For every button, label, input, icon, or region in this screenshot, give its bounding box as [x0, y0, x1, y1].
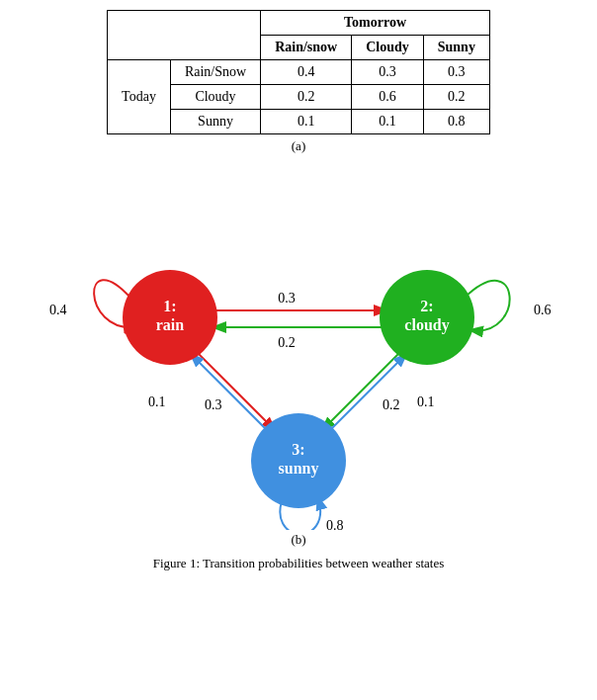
label-rain-self: 0.4 [49, 303, 67, 317]
label-rain-sunny: 0.3 [205, 397, 222, 412]
markov-chain-diagram: 0.4 0.6 0.8 0.3 0.2 0.3 0.1 0.2 0.1 1: r… [22, 164, 575, 530]
figure-caption: Figure 1: Transition probabilities betwe… [153, 556, 445, 571]
label-cloudy-rain: 0.2 [278, 335, 296, 350]
header-tomorrow: Tomorrow [261, 11, 490, 36]
row-rain-label: Rain/Snow [170, 60, 260, 85]
label-cloudy-self: 0.6 [534, 303, 552, 317]
label-sunny-rain: 0.1 [148, 394, 166, 409]
node-rain-label-id: 1: [163, 298, 176, 314]
label-sunny-self: 0.8 [326, 518, 344, 530]
diagram-section: 0.4 0.6 0.8 0.3 0.2 0.3 0.1 0.2 0.1 1: r… [20, 164, 577, 548]
cell-s-s: 0.8 [423, 110, 489, 134]
node-cloudy-label-id: 2: [420, 298, 433, 314]
cell-r-r: 0.4 [261, 60, 352, 85]
node-sunny-label-text: sunny [279, 460, 319, 478]
col-cloudy: Cloudy [352, 36, 424, 60]
col-rain-snow: Rain/snow [261, 36, 352, 60]
row-cloudy-label: Cloudy [170, 85, 260, 110]
node-rain-label-text: rain [156, 316, 185, 333]
arrow-sunny-rain [192, 355, 271, 434]
row-sunny-label: Sunny [170, 110, 260, 134]
cell-s-r: 0.1 [261, 110, 352, 134]
arrow-cloudy-sunny [323, 350, 402, 429]
cell-c-s: 0.2 [423, 85, 489, 110]
caption-b: (b) [291, 532, 305, 548]
cell-c-c: 0.6 [352, 85, 424, 110]
arrow-sunny-cloudy [326, 355, 405, 434]
table-section: Tomorrow Rain/snow Cloudy Sunny Today Ra… [20, 10, 577, 154]
cell-s-c: 0.1 [352, 110, 424, 134]
caption-a: (a) [292, 138, 305, 154]
node-cloudy-label-text: cloudy [404, 316, 449, 334]
col-sunny: Sunny [423, 36, 489, 60]
label-sunny-cloudy: 0.1 [417, 394, 435, 409]
row-label-today: Today [108, 60, 171, 134]
cell-r-s: 0.3 [423, 60, 489, 85]
label-cloudy-sunny: 0.2 [383, 397, 400, 412]
cell-c-r: 0.2 [261, 85, 352, 110]
cell-r-c: 0.3 [352, 60, 424, 85]
transition-table: Tomorrow Rain/snow Cloudy Sunny Today Ra… [107, 10, 490, 134]
label-rain-cloudy: 0.3 [278, 291, 296, 306]
node-sunny-label-id: 3: [292, 441, 304, 458]
arrow-rain-sunny [195, 350, 274, 429]
